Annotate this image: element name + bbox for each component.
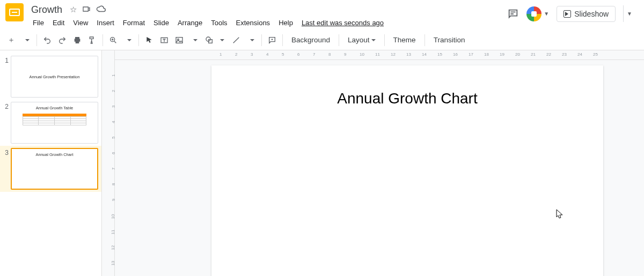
cursor-icon — [556, 209, 564, 219]
slideshow-button[interactable]: Slideshow — [557, 6, 616, 22]
theme-button[interactable]: Theme — [388, 36, 421, 44]
menu-slide[interactable]: Slide — [150, 17, 173, 28]
redo-button[interactable] — [55, 33, 69, 48]
cloud-icon[interactable] — [96, 4, 106, 16]
comment-button[interactable] — [265, 33, 279, 48]
new-slide-button[interactable]: ＋ — [4, 33, 18, 48]
menubar: File Edit View Insert Format Slide Arran… — [29, 17, 507, 28]
select-tool[interactable] — [142, 33, 156, 48]
document-title[interactable]: Growth — [29, 4, 64, 16]
menu-tools[interactable]: Tools — [207, 17, 231, 28]
slide-canvas[interactable]: Annual Growth Chart — [211, 65, 603, 276]
slide-number: 3 — [2, 148, 11, 190]
transition-button[interactable]: Transition — [428, 36, 471, 44]
zoom-dropdown[interactable] — [121, 33, 135, 48]
print-button[interactable] — [70, 33, 84, 48]
menu-extensions[interactable]: Extensions — [232, 17, 274, 28]
star-icon[interactable]: ☆ — [70, 5, 77, 14]
meet-icon[interactable] — [526, 6, 541, 21]
zoom-button[interactable] — [106, 33, 120, 48]
textbox-tool[interactable] — [157, 33, 171, 48]
ruler-vertical: 12345678910111213 — [102, 50, 115, 276]
line-dropdown[interactable] — [244, 33, 258, 48]
thumb-title: Annual Growth Chart — [35, 152, 73, 157]
menu-help[interactable]: Help — [275, 17, 297, 28]
line-tool[interactable] — [229, 33, 243, 48]
titlebar: Growth ☆ File Edit View Insert Format Sl… — [0, 0, 644, 30]
slide-thumbnail-3[interactable]: 3 Annual Growth Chart — [0, 146, 101, 192]
shape-dropdown[interactable] — [214, 33, 228, 48]
last-edit-link[interactable]: Last edit was seconds ago — [298, 17, 387, 28]
slide-title-text[interactable]: Annual Growth Chart — [211, 90, 603, 107]
menu-format[interactable]: Format — [119, 17, 149, 28]
thumb-table-icon — [23, 114, 86, 125]
play-icon — [564, 10, 571, 18]
svg-rect-2 — [176, 37, 182, 43]
move-icon[interactable] — [82, 5, 91, 15]
image-dropdown[interactable] — [187, 33, 201, 48]
main: 1 Annual Growth Presentation 2 Annual Gr… — [0, 50, 644, 276]
menu-insert[interactable]: Insert — [93, 17, 118, 28]
slides-logo[interactable] — [5, 3, 24, 21]
thumb-title: Annual Growth Table — [36, 106, 74, 110]
image-tool[interactable] — [172, 33, 186, 48]
canvas-area: 1234567891011121314151617181920212223242… — [115, 50, 644, 276]
slide-number: 2 — [2, 102, 11, 144]
comment-history-icon[interactable] — [507, 8, 519, 20]
slide-thumbnail-2[interactable]: 2 Annual Growth Table — [0, 100, 101, 146]
slideshow-dropdown-icon[interactable]: ▼ — [623, 5, 635, 22]
new-slide-dropdown[interactable] — [19, 33, 33, 48]
menu-edit[interactable]: Edit — [49, 17, 68, 28]
menu-view[interactable]: View — [69, 17, 92, 28]
slide-thumbnail-1[interactable]: 1 Annual Growth Presentation — [0, 54, 101, 100]
menu-arrange[interactable]: Arrange — [174, 17, 206, 28]
layout-button[interactable]: Layout — [342, 36, 381, 44]
thumb-title: Annual Growth Presentation — [30, 74, 80, 79]
background-button[interactable]: Background — [286, 36, 335, 44]
slideshow-label: Slideshow — [574, 10, 609, 18]
slide-number: 1 — [2, 56, 11, 98]
toolbar: ＋ Background Layout Theme Transition — [0, 30, 644, 50]
filmstrip: 1 Annual Growth Presentation 2 Annual Gr… — [0, 50, 102, 276]
menu-file[interactable]: File — [29, 17, 48, 28]
meet-dropdown-icon[interactable]: ▼ — [543, 11, 549, 17]
ruler-horizontal: 1234567891011121314151617181920212223242… — [115, 50, 644, 60]
undo-button[interactable] — [40, 33, 54, 48]
paint-format-button[interactable] — [85, 33, 99, 48]
